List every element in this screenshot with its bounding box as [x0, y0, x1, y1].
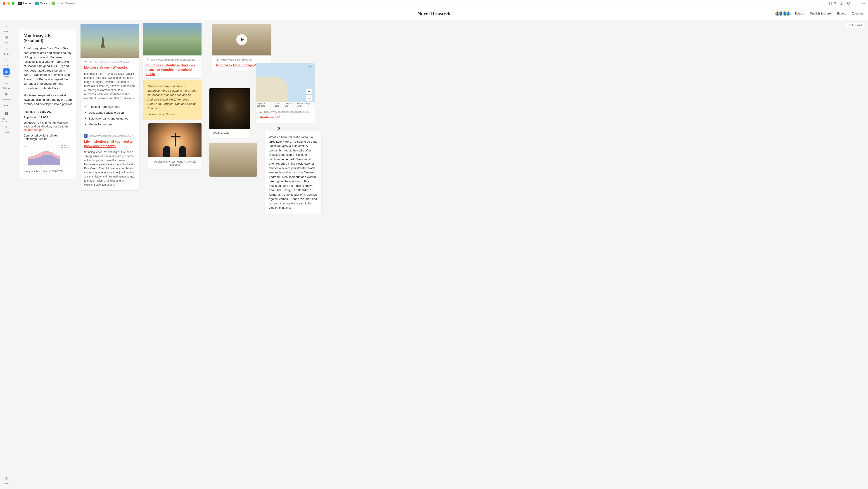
- svg-point-4: [863, 3, 864, 4]
- header: Novel Research 👤 👤 👤 👤 Editors⌄ Publish …: [0, 7, 868, 20]
- zoom-out-button[interactable]: Zoom out: [852, 12, 864, 15]
- breadcrumb: ✕ Home / Work / Novel Research: [18, 2, 78, 5]
- breadcrumb-label: Home: [23, 2, 31, 5]
- breadcrumb-sep: /: [49, 2, 50, 5]
- chevron-down-icon: ⌄: [846, 12, 848, 15]
- search-icon[interactable]: [847, 1, 851, 5]
- breadcrumb-label: Novel Research: [57, 2, 78, 5]
- device-count[interactable]: 21: [829, 1, 836, 5]
- breadcrumb-label: Work: [40, 2, 47, 5]
- gear-icon[interactable]: [861, 1, 865, 5]
- breadcrumb-sep: /: [33, 2, 34, 5]
- close-window-icon[interactable]: [3, 2, 5, 5]
- editors-dropdown[interactable]: Editors⌄: [795, 12, 806, 15]
- publish-dropdown[interactable]: Publish & share⌄: [810, 12, 833, 15]
- breadcrumb-home[interactable]: ✕ Home: [18, 2, 31, 5]
- folder-icon: [35, 2, 39, 5]
- help-icon[interactable]: [839, 1, 844, 5]
- page-title: Novel Research: [417, 11, 451, 17]
- device-count-value: 21: [833, 2, 836, 5]
- chevron-down-icon: ⌄: [805, 12, 806, 15]
- svg-point-3: [847, 2, 850, 4]
- collaborator-avatars[interactable]: 👤 👤 👤 👤: [775, 11, 791, 16]
- device-icon: [829, 1, 833, 5]
- minimize-window-icon[interactable]: [7, 2, 10, 5]
- board-icon: [52, 2, 55, 5]
- maximize-window-icon[interactable]: [12, 2, 14, 5]
- svg-rect-0: [830, 2, 831, 5]
- home-icon: ✕: [18, 2, 22, 5]
- chevron-down-icon: ⌄: [832, 12, 834, 15]
- bell-icon[interactable]: [854, 1, 858, 5]
- breadcrumb-current[interactable]: Novel Research: [52, 2, 78, 5]
- header-actions: 👤 👤 👤 👤 Editors⌄ Publish & share⌄ Export…: [775, 11, 864, 16]
- chrome-right: 21: [829, 1, 865, 5]
- breadcrumb-work[interactable]: Work: [35, 2, 47, 5]
- traffic-lights: [3, 2, 14, 5]
- avatar: 👤: [786, 11, 791, 16]
- window-chrome: ✕ Home / Work / Novel Research 21: [0, 0, 868, 7]
- export-dropdown[interactable]: Export⌄: [837, 12, 848, 15]
